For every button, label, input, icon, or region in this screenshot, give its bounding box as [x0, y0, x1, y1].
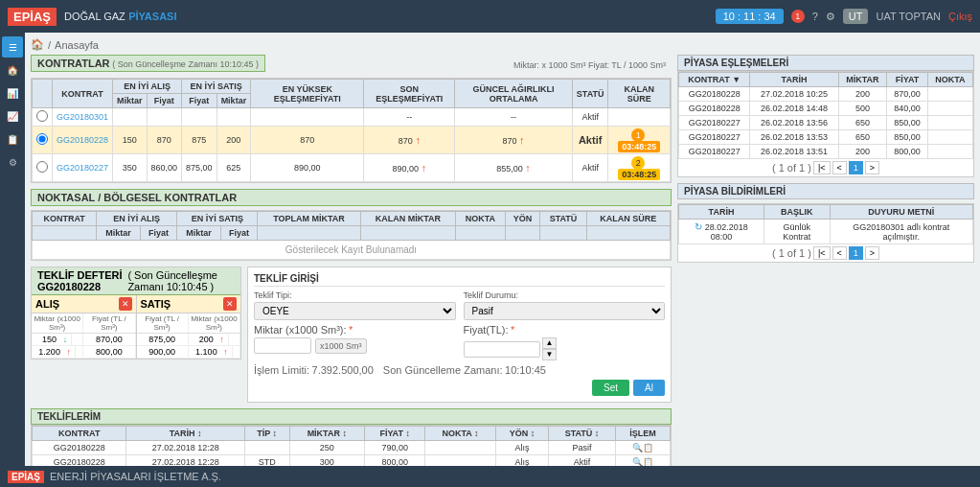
kontratlar-title: KONTRATLAR ( Son Güncelleşme Zamanı 10:1… — [31, 55, 265, 72]
footer-text: ENERJİ PİYASALARI İŞLETME A.Ş. — [50, 471, 221, 482]
header-right: 10 : 11 : 34 1 ? ⚙ UT UAT TOPTAN Çıkış — [716, 9, 972, 24]
al-button[interactable]: Al — [633, 380, 665, 396]
page-prev-button[interactable]: < — [832, 246, 847, 260]
alis-fiyat: 870 — [147, 127, 182, 154]
satis-subheader: Fiyat (TL / Sm³) Miktar (x1000 Sm³) — [137, 313, 241, 334]
th-miktar[interactable]: MİKTAR ↕ — [289, 427, 365, 441]
th-fiyat[interactable]: FİYAT ↕ — [365, 427, 425, 441]
satis-miktar: 625 — [217, 154, 251, 182]
radio-kontrat[interactable] — [36, 161, 48, 173]
sidebar-item-menu[interactable]: ☰ — [2, 36, 23, 58]
table-row[interactable]: GG20180227 350 860,00 875,00 625 890,00 … — [33, 154, 671, 182]
home-icon[interactable]: 🏠 — [31, 38, 44, 51]
radio-kontrat[interactable] — [36, 133, 48, 145]
kontrat-id[interactable]: GG20180301 — [53, 108, 113, 127]
en-yuksek: 890,00 — [251, 154, 364, 182]
kontrat-id[interactable]: GG20180228 — [53, 127, 113, 154]
breadcrumb-page: Anasayfa — [55, 39, 99, 51]
th-statu: STATÜ — [540, 212, 586, 226]
satis-fiyat — [182, 108, 217, 127]
teklif-durum-select[interactable]: Pasif Aktif — [464, 302, 666, 320]
sidebar-item-settings[interactable]: ⚙ — [2, 151, 23, 173]
th-alis-fiyat: Fiyat — [147, 94, 182, 108]
table-row: GG20180228 27.02.2018 10:25 200 870,00 — [679, 87, 973, 102]
right-column: PİYASA EŞLEŞMELERİ KONTRAT ▼ TARİH MİKTA… — [677, 55, 974, 466]
fiyat-input[interactable] — [464, 341, 540, 358]
guncel: 855,00 ↑ — [455, 154, 573, 182]
piyasa-eslesmeleri-title: PİYASA EŞLEŞMELERİ — [677, 55, 974, 71]
table-row[interactable]: GG20180301 -- -- Aktif — [33, 108, 671, 127]
th-tarih[interactable]: TARİH ↕ — [126, 427, 244, 441]
kalan-sure: 103:48:25 — [608, 127, 671, 154]
miktar-input[interactable] — [254, 337, 311, 354]
page-1-button[interactable]: 1 — [849, 161, 863, 174]
en-yuksek — [251, 108, 364, 127]
tipi-label: Teklif Tipi: — [254, 290, 456, 300]
sidebar-item-docs[interactable]: 📋 — [2, 128, 23, 150]
th-islem: İŞLEM — [615, 427, 670, 441]
teklif-islem[interactable]: 🔍📋 — [615, 455, 670, 467]
sidebar-item-chart[interactable]: 📊 — [2, 82, 23, 104]
radio-kontrat[interactable] — [36, 110, 48, 122]
fiyat-up-button[interactable]: ▲ — [542, 337, 558, 349]
username-label: UAT TOPTAN — [876, 11, 940, 22]
main-content: 🏠 / Anasayfa KONTRATLAR ( Son Güncelleşm… — [25, 33, 980, 466]
settings-icon[interactable]: ⚙ — [826, 11, 835, 23]
noktasal-table: KONTRAT EN İYİ ALIŞ EN İYİ SATIŞ TOPLAM … — [31, 210, 672, 261]
satis-close-button[interactable]: ✕ — [223, 297, 237, 311]
alis-fiyat: 860,00 — [147, 154, 182, 182]
table-row[interactable]: GG20180228 27.02.2018 12:28 STD 300 800,… — [33, 455, 671, 467]
tekliflerim-section: TEKLİFLERİM KONTRAT TARİH ↕ TİP ↕ MİKTAR… — [31, 408, 672, 466]
kalan-sure — [608, 108, 671, 127]
page-first-button[interactable]: |< — [813, 161, 831, 174]
th-statu: STATÜ — [572, 80, 608, 108]
page-next-button[interactable]: > — [865, 246, 879, 260]
refresh-icon[interactable]: ↻ — [695, 221, 702, 232]
satis-fiyat: 875,00 — [182, 154, 217, 182]
teklif-nokta — [425, 455, 495, 467]
page-first-button[interactable]: |< — [813, 246, 831, 260]
fiyat-down-button[interactable]: ▼ — [542, 349, 558, 360]
th-metin: DUYURU METNİ — [830, 205, 973, 220]
alis-miktar: 350 — [113, 154, 148, 182]
alis-fiyat — [147, 108, 182, 127]
teklif-islem[interactable]: 🔍📋 — [615, 441, 670, 455]
table-row[interactable]: GG20180228 150 870 875 200 870 870 ↑ 870… — [33, 127, 671, 154]
th-statu[interactable]: STATÜ ↕ — [549, 427, 616, 441]
page-1-button[interactable]: 1 — [849, 246, 863, 260]
page-prev-button[interactable]: < — [832, 161, 847, 174]
teklif-tipi-select[interactable]: OEYE STD — [254, 302, 456, 320]
th-satis-fiyat: Fiyat — [220, 226, 258, 241]
sidebar: ☰ 🏠 📊 📈 📋 ⚙ — [0, 33, 25, 466]
en-yuksek: 870 — [251, 127, 364, 154]
sidebar-item-trending[interactable]: 📈 — [2, 105, 23, 127]
kontrat-id[interactable]: GG20180227 — [53, 154, 113, 182]
teklif-girisi-title: TEKLİF GİRİŞİ — [254, 273, 665, 287]
satis-header: SATIŞ ✕ — [137, 295, 241, 313]
help-icon[interactable]: ? — [812, 11, 818, 22]
alis-row: 150 ↓ 870,00 — [32, 334, 136, 346]
alis-close-button[interactable]: ✕ — [119, 297, 132, 311]
th-kontrat[interactable]: KONTRAT ▼ — [679, 73, 750, 87]
th-satis: EN İYİ SATIŞ — [182, 80, 251, 94]
th-kalan: KALAN SÜRE — [608, 80, 671, 108]
th-nokta[interactable]: NOKTA ↕ — [425, 427, 495, 441]
noktasal-title: NOKTASAL / BÖLGESEL KONTRATLAR — [31, 189, 672, 206]
table-row[interactable]: GG20180228 27.02.2018 12:28 250 790,00 A… — [33, 441, 671, 455]
th-alis-miktar: Miktar — [113, 94, 148, 108]
footer: EPİAŞ ENERJİ PİYASALARI İŞLETME A.Ş. — [0, 466, 980, 487]
sidebar-item-home[interactable]: 🏠 — [2, 59, 23, 81]
th-tarih: TARİH — [679, 205, 764, 220]
teklif-fiyat: 800,00 — [365, 455, 425, 467]
notification-bell[interactable]: 1 — [791, 10, 805, 23]
set-button[interactable]: Set — [592, 380, 629, 396]
th-yon[interactable]: YÖN ↕ — [495, 427, 548, 441]
tekliflerim-table: KONTRAT TARİH ↕ TİP ↕ MİKTAR ↕ FİYAT ↕ N… — [31, 425, 672, 466]
alis-miktar: 150 — [113, 127, 148, 154]
th-tip[interactable]: TİP ↕ — [244, 427, 289, 441]
teklif-kontrat: GG20180228 — [33, 455, 126, 467]
bildirimler-pagination: ( 1 of 1 ) |< < 1 > — [678, 244, 973, 262]
page-next-button[interactable]: > — [865, 161, 879, 174]
logout-button[interactable]: Çıkış — [948, 11, 972, 22]
header-logo: EPİAŞ — [8, 8, 57, 26]
